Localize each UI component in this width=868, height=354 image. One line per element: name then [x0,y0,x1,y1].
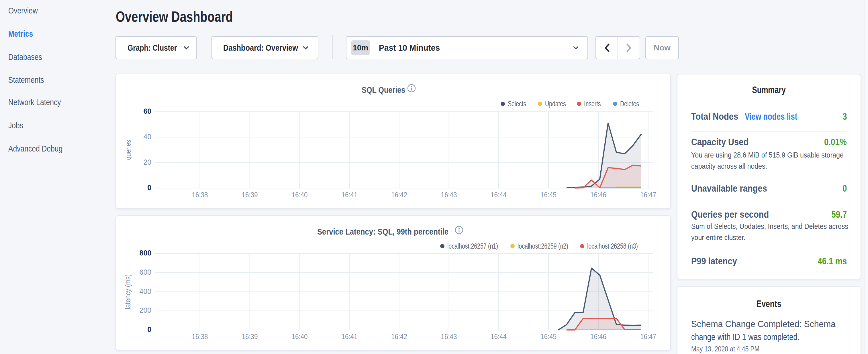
svg-text:16:38: 16:38 [192,190,208,199]
svg-text:16:47: 16:47 [640,332,656,341]
svg-text:16:43: 16:43 [441,332,457,341]
svg-text:16:42: 16:42 [391,190,407,199]
svg-text:16:38: 16:38 [192,332,208,341]
svg-text:queries: queries [124,140,132,160]
svg-text:16:39: 16:39 [242,332,258,341]
svg-text:0: 0 [147,325,151,334]
svg-text:16:41: 16:41 [342,332,358,341]
svg-text:40: 40 [143,132,151,141]
svg-text:16:44: 16:44 [491,190,507,199]
svg-text:latency (ms): latency (ms) [124,275,132,309]
svg-text:16:43: 16:43 [441,190,457,199]
svg-text:16:46: 16:46 [590,332,607,341]
svg-text:16:47: 16:47 [640,190,656,199]
svg-text:200: 200 [140,306,151,315]
svg-text:800: 800 [140,249,151,257]
svg-text:60: 60 [143,107,151,116]
svg-text:16:45: 16:45 [540,190,557,199]
svg-text:16:42: 16:42 [391,332,407,341]
svg-text:16:40: 16:40 [292,190,308,199]
svg-text:16:45: 16:45 [540,332,557,341]
svg-text:0: 0 [147,183,151,192]
svg-text:16:46: 16:46 [590,190,607,199]
svg-text:16:39: 16:39 [242,190,258,199]
svg-text:16:40: 16:40 [292,332,308,341]
svg-text:16:41: 16:41 [342,190,358,199]
svg-text:20: 20 [143,158,151,166]
svg-text:600: 600 [140,268,151,277]
svg-text:400: 400 [140,287,151,296]
svg-text:16:44: 16:44 [491,332,507,341]
